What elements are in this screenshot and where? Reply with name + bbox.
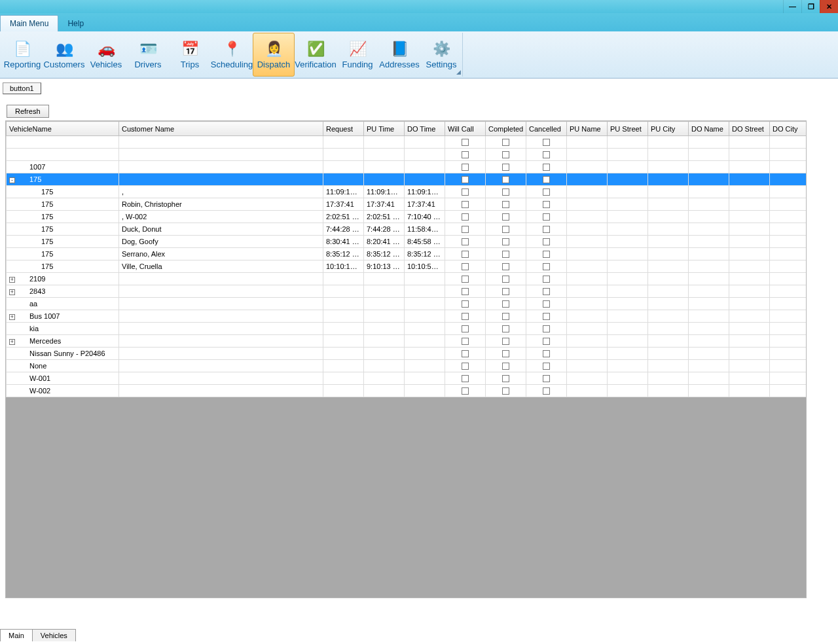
table-row[interactable]	[7, 149, 807, 161]
table-row[interactable]: 175Duck, Donut7:44:28 PM7:44:28 PM11:58:…	[7, 223, 807, 236]
checkbox[interactable]	[543, 363, 550, 370]
checkbox[interactable]	[502, 363, 509, 370]
checkbox[interactable]	[543, 288, 550, 295]
col-header[interactable]: PU Street	[608, 122, 648, 136]
checkbox[interactable]	[502, 276, 509, 283]
col-header[interactable]: Request	[323, 122, 364, 136]
ribbon-customers-button[interactable]: 👥Customers	[43, 33, 85, 77]
checkbox[interactable]	[462, 276, 469, 283]
checkbox[interactable]	[502, 387, 509, 395]
checkbox[interactable]	[543, 276, 550, 283]
checkbox[interactable]	[502, 226, 509, 233]
col-header[interactable]: DO Name	[689, 122, 729, 136]
checkbox[interactable]	[502, 313, 509, 320]
table-row[interactable]: +Bus 1007	[7, 310, 807, 323]
ribbon-trips-button[interactable]: 📅Trips	[169, 33, 211, 77]
ribbon-funding-button[interactable]: 📈Funding	[337, 33, 378, 77]
checkbox[interactable]	[543, 251, 550, 258]
table-row[interactable]: +2109	[7, 273, 807, 285]
checkbox[interactable]	[543, 139, 550, 146]
checkbox[interactable]	[462, 151, 469, 158]
checkbox[interactable]	[543, 238, 550, 245]
table-row[interactable]: -175	[7, 173, 807, 186]
checkbox[interactable]	[462, 338, 469, 345]
checkbox[interactable]	[462, 251, 469, 258]
table-row[interactable]: Nissan Sunny - P20486	[7, 348, 807, 360]
checkbox[interactable]	[543, 300, 550, 308]
table-row[interactable]: None	[7, 360, 807, 372]
ribbon-launcher-icon[interactable]: ◢	[456, 69, 461, 75]
checkbox[interactable]	[543, 151, 550, 158]
checkbox[interactable]	[502, 201, 509, 208]
tab-main-menu[interactable]: Main Menu	[0, 15, 58, 31]
checkbox[interactable]	[502, 164, 509, 171]
ribbon-dispatch-button[interactable]: 👩‍💼Dispatch	[253, 33, 295, 77]
table-row[interactable]	[7, 136, 807, 149]
col-header[interactable]: Customer Name	[119, 122, 323, 136]
table-row[interactable]: 175Dog, Goofy8:30:41 PM8:20:41 PM8:45:58…	[7, 236, 807, 248]
col-header[interactable]: VehicleName	[7, 122, 119, 136]
restore-button[interactable]: ❐	[801, 0, 820, 13]
checkbox[interactable]	[502, 375, 509, 382]
checkbox[interactable]	[462, 313, 469, 320]
table-row[interactable]: 1007	[7, 161, 807, 173]
checkbox[interactable]	[502, 213, 509, 221]
checkbox[interactable]	[462, 238, 469, 245]
checkbox[interactable]	[502, 338, 509, 345]
table-row[interactable]: +Mercedes	[7, 335, 807, 348]
checkbox[interactable]	[543, 375, 550, 382]
button1[interactable]: button1	[3, 82, 41, 94]
checkbox[interactable]	[543, 176, 550, 183]
checkbox[interactable]	[502, 251, 509, 258]
ribbon-drivers-button[interactable]: 🪪Drivers	[127, 33, 169, 77]
checkbox[interactable]	[502, 188, 509, 196]
checkbox[interactable]	[543, 313, 550, 320]
refresh-button[interactable]: Refresh	[7, 105, 49, 118]
expand-icon[interactable]: +	[9, 314, 15, 320]
col-header[interactable]: Completed	[486, 122, 526, 136]
checkbox[interactable]	[543, 387, 550, 395]
checkbox[interactable]	[502, 139, 509, 146]
tab-help[interactable]: Help	[58, 16, 93, 31]
checkbox[interactable]	[462, 201, 469, 208]
checkbox[interactable]	[502, 350, 509, 357]
checkbox[interactable]	[462, 188, 469, 196]
col-header[interactable]: DO City	[770, 122, 807, 136]
bottom-tab-vehicles[interactable]: Vehicles	[32, 629, 76, 641]
table-row[interactable]: W-001	[7, 372, 807, 385]
col-header[interactable]: PU Name	[567, 122, 608, 136]
table-row[interactable]: +2843	[7, 285, 807, 298]
col-header[interactable]: PU City	[648, 122, 689, 136]
checkbox[interactable]	[543, 325, 550, 332]
col-header[interactable]: DO Street	[729, 122, 770, 136]
checkbox[interactable]	[543, 201, 550, 208]
checkbox[interactable]	[502, 288, 509, 295]
table-row[interactable]: 175Ville, Cruella10:10:13 ...9:10:13 PM1…	[7, 260, 807, 273]
bottom-tab-main[interactable]: Main	[0, 629, 33, 641]
checkbox[interactable]	[502, 151, 509, 158]
checkbox[interactable]	[543, 188, 550, 196]
checkbox[interactable]	[543, 350, 550, 357]
table-row[interactable]: aa	[7, 298, 807, 310]
expand-icon[interactable]: +	[9, 277, 15, 283]
checkbox[interactable]	[462, 164, 469, 171]
ribbon-vehicles-button[interactable]: 🚗Vehicles	[85, 33, 127, 77]
collapse-icon[interactable]: -	[9, 177, 15, 183]
checkbox[interactable]	[543, 338, 550, 345]
col-header[interactable]: Cancelled	[526, 122, 567, 136]
checkbox[interactable]	[502, 263, 509, 270]
ribbon-verification-button[interactable]: ✅Verification	[295, 33, 337, 77]
ribbon-reporting-button[interactable]: 📄Reporting	[1, 33, 43, 77]
table-row[interactable]: 175,11:09:12 ...11:09:12 ...11:09:12 ...	[7, 186, 807, 198]
checkbox[interactable]	[462, 300, 469, 308]
checkbox[interactable]	[462, 176, 469, 183]
checkbox[interactable]	[502, 325, 509, 332]
checkbox[interactable]	[502, 238, 509, 245]
checkbox[interactable]	[543, 164, 550, 171]
col-header[interactable]: Will Call	[445, 122, 486, 136]
checkbox[interactable]	[462, 387, 469, 395]
table-row[interactable]: 175Serrano, Alex8:35:12 PM8:35:12 PM8:35…	[7, 248, 807, 260]
checkbox[interactable]	[462, 263, 469, 270]
checkbox[interactable]	[462, 350, 469, 357]
checkbox[interactable]	[462, 363, 469, 370]
